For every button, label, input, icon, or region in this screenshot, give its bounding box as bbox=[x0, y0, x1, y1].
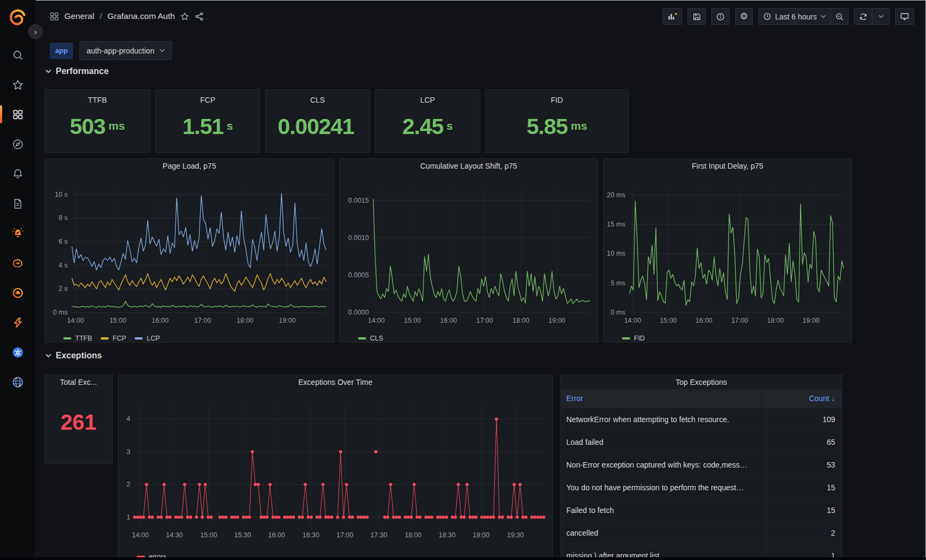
k8s-icon bbox=[12, 346, 24, 358]
sidebar-item-starred[interactable] bbox=[0, 70, 35, 99]
panel-title[interactable]: CLS bbox=[266, 93, 369, 107]
svg-text:5 ms: 5 ms bbox=[611, 279, 625, 287]
kiosk-mode-button[interactable] bbox=[895, 8, 914, 25]
svg-text:17:30: 17:30 bbox=[371, 531, 387, 539]
panel-title[interactable]: LCP bbox=[375, 93, 480, 107]
tag-chip-app[interactable]: app bbox=[50, 43, 73, 59]
panel-title[interactable]: Exceptions Over Time bbox=[118, 375, 552, 389]
legend-item-ttfb[interactable]: TTFB bbox=[63, 335, 92, 342]
svg-text:1: 1 bbox=[127, 514, 130, 521]
refresh-interval-dropdown[interactable] bbox=[872, 8, 890, 25]
section-exceptions-label: Exceptions bbox=[56, 351, 102, 361]
table-row: cancelled2 bbox=[561, 521, 842, 544]
chevron-down-icon bbox=[160, 49, 165, 52]
svg-text:16:00: 16:00 bbox=[151, 317, 168, 324]
bell-icon bbox=[12, 168, 24, 180]
error-cell: NetworkError when attempting to fetch re… bbox=[561, 408, 766, 430]
count-cell: 53 bbox=[766, 454, 842, 476]
svg-text:0.0000: 0.0000 bbox=[348, 309, 369, 316]
save-dashboard-button[interactable] bbox=[687, 8, 706, 25]
star-icon bbox=[12, 79, 24, 91]
zoom-out-time-button[interactable] bbox=[830, 8, 849, 25]
legend-item-fid[interactable]: FID bbox=[622, 335, 645, 342]
sidebar-item-synthetic-monitoring[interactable] bbox=[0, 367, 35, 397]
section-exceptions[interactable]: Exceptions bbox=[45, 351, 102, 361]
doc-icon bbox=[12, 198, 24, 210]
panel-title[interactable]: Cumulative Layout Shift, p75 bbox=[340, 159, 598, 173]
breadcrumb-title[interactable]: Grafana.com Auth bbox=[107, 11, 175, 21]
svg-text:10 s: 10 s bbox=[55, 191, 68, 198]
fid-chart[interactable]: 0 ms5 ms10 ms15 ms20 ms14:0015:0016:0017… bbox=[604, 173, 851, 330]
column-header-count[interactable]: Count ↓ bbox=[766, 389, 842, 408]
grafana-logo-icon[interactable] bbox=[8, 9, 28, 28]
section-performance[interactable]: Performance bbox=[45, 66, 109, 76]
svg-text:15:30: 15:30 bbox=[234, 531, 251, 539]
panel-title[interactable]: Total Exc... bbox=[45, 375, 112, 389]
legend-item-cls[interactable]: CLS bbox=[358, 335, 383, 342]
panel-title[interactable]: Page Load, p75 bbox=[45, 159, 334, 173]
ml-icon bbox=[12, 257, 24, 269]
panel-top-exceptions: Top Exceptions Error Count ↓ NetworkErro… bbox=[560, 375, 842, 560]
svg-text:4: 4 bbox=[127, 415, 130, 423]
breadcrumb-section[interactable]: General bbox=[64, 11, 94, 21]
sidebar bbox=[0, 0, 36, 560]
panel-title[interactable]: Top Exceptions bbox=[561, 375, 842, 389]
refresh-controls bbox=[854, 8, 890, 25]
sidebar-item-dashboards[interactable] bbox=[0, 99, 35, 129]
app-variable-dropdown[interactable]: auth-app-production bbox=[80, 41, 172, 60]
expand-sidebar-button[interactable]: › bbox=[28, 24, 43, 39]
incident-icon bbox=[12, 287, 24, 299]
svg-text:3: 3 bbox=[127, 448, 130, 456]
exceptions-chart[interactable]: 123414:0014:3015:0015:3016:0016:3017:001… bbox=[118, 389, 552, 549]
svg-text:15:00: 15:00 bbox=[200, 531, 217, 539]
exceptions-row: Total Exc... 261 Exceptions Over Time 12… bbox=[44, 375, 856, 560]
breadcrumb: General / Grafana.com Auth bbox=[50, 11, 204, 21]
legend-item-lcp[interactable]: LCP bbox=[135, 335, 160, 342]
stat-panel-cls: CLS 0.00241 bbox=[265, 89, 370, 153]
sidebar-item-machine-learning[interactable] bbox=[0, 248, 35, 278]
sidebar-item-oncall[interactable] bbox=[0, 218, 35, 248]
dashboard-insights-button[interactable] bbox=[711, 8, 730, 25]
stat-panel-fid: FID 5.85ms bbox=[485, 89, 629, 153]
legend-item-fcp[interactable]: FCP bbox=[101, 335, 126, 342]
sidebar-item-k6-performance[interactable] bbox=[0, 308, 35, 337]
table-row: You do not have permission to perform th… bbox=[561, 476, 842, 498]
refresh-button[interactable] bbox=[854, 8, 872, 25]
time-range-label: Last 6 hours bbox=[775, 12, 817, 21]
cls-chart[interactable]: 0.00000.00050.00100.001514:0015:0016:001… bbox=[340, 173, 598, 330]
sidebar-item-alerting[interactable] bbox=[0, 159, 35, 189]
sidebar-item-kubernetes-monitoring[interactable] bbox=[0, 337, 35, 367]
panel-title[interactable]: FCP bbox=[156, 93, 260, 107]
stat-panel-fcp: FCP 1.51s bbox=[155, 89, 260, 153]
error-cell: Failed to fetch bbox=[561, 499, 766, 521]
add-panel-button[interactable] bbox=[663, 8, 682, 25]
breadcrumb-separator: / bbox=[100, 11, 102, 21]
sidebar-item-explore[interactable] bbox=[0, 129, 35, 159]
panel-total-exceptions: Total Exc... 261 bbox=[44, 375, 113, 464]
error-cell: Non-Error exception captured with keys: … bbox=[561, 454, 766, 476]
legend-label: TTFB bbox=[75, 335, 92, 342]
time-range-picker[interactable]: Last 6 hours bbox=[758, 8, 831, 25]
sidebar-item-incident[interactable] bbox=[0, 278, 35, 308]
chevron-down-icon bbox=[45, 354, 51, 358]
svg-text:14:30: 14:30 bbox=[166, 531, 183, 539]
svg-text:10 ms: 10 ms bbox=[607, 250, 625, 257]
table-header: Error Count ↓ bbox=[561, 389, 842, 408]
panel-title[interactable]: FID bbox=[486, 93, 628, 107]
chart-legend: TTFBFCPLCP bbox=[45, 332, 334, 344]
stat-panel-ttfb: TTFB 503ms bbox=[44, 89, 150, 153]
svg-text:0 ms: 0 ms bbox=[53, 309, 68, 316]
svg-text:0.0005: 0.0005 bbox=[348, 271, 369, 279]
panel-title[interactable]: First Input Delay, p75 bbox=[604, 159, 851, 173]
star-dashboard-icon[interactable] bbox=[180, 12, 189, 21]
stat-value: 503ms bbox=[45, 107, 150, 152]
sidebar-item-snapshots[interactable] bbox=[0, 189, 35, 218]
share-dashboard-icon[interactable] bbox=[195, 12, 204, 21]
page-load-chart[interactable]: 0 ms2 s4 s6 s8 s10 s14:0015:0016:0017:00… bbox=[45, 173, 334, 330]
sidebar-item-search[interactable] bbox=[0, 40, 35, 70]
grid-icon bbox=[12, 109, 24, 121]
dashboard-settings-button[interactable]: ⚙ bbox=[735, 8, 753, 25]
column-header-error[interactable]: Error bbox=[561, 389, 766, 408]
svg-text:17:00: 17:00 bbox=[194, 317, 211, 324]
panel-title[interactable]: TTFB bbox=[45, 93, 150, 107]
